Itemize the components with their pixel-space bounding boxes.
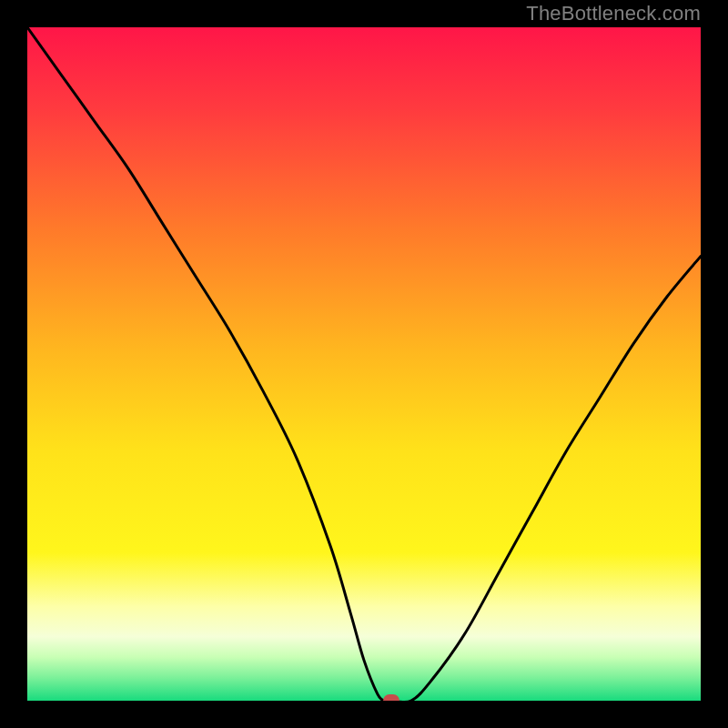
chart-frame: TheBottleneck.com xyxy=(0,0,728,728)
watermark-label: TheBottleneck.com xyxy=(526,2,701,25)
curve-layer xyxy=(27,27,701,701)
bottleneck-curve xyxy=(27,27,701,701)
optimal-point-marker xyxy=(383,694,399,701)
plot-area xyxy=(27,27,701,701)
